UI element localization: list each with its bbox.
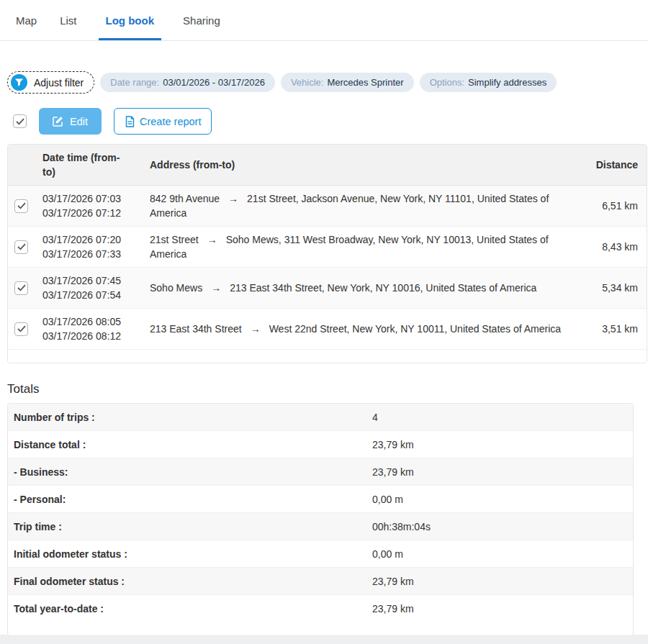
trip-row: 03/17/2026 08:0503/17/2026 08:12 213 Eas… <box>8 309 647 350</box>
trip-row: 03/17/2026 07:2003/17/2026 07:33 21st St… <box>8 227 647 268</box>
trips-table: Date time (from-to) Address (from-to) Di… <box>7 144 647 363</box>
tab-log-book-label: Log book <box>106 14 155 27</box>
select-all-checkbox[interactable] <box>13 114 27 128</box>
document-icon <box>125 116 135 127</box>
checkmark-icon <box>16 118 24 125</box>
totals-label: Trip time : <box>8 521 372 532</box>
totals-table: Number of trips : 4 Distance total : 23,… <box>7 403 634 636</box>
column-header-address: Address (from-to) <box>150 158 580 172</box>
totals-row: Final odometer status : 23,79 km <box>8 568 633 595</box>
edit-button[interactable]: Edit <box>39 108 102 135</box>
toolbar: Edit Create report <box>0 108 648 135</box>
totals-title: Totals <box>7 382 648 396</box>
trip-address: 21st Street→Soho Mews, 311 West Broadway… <box>150 232 580 261</box>
arrow-right-icon: → <box>228 193 238 204</box>
trip-address: Soho Mews→213 East 34th Street, New York… <box>150 281 580 295</box>
chip-label: Date range: <box>110 77 159 88</box>
totals-value: 23,79 km <box>372 576 633 587</box>
filter-funnel-icon <box>11 74 27 91</box>
edit-button-label: Edit <box>70 116 88 127</box>
column-header-datetime: Date time (from-to) <box>42 150 150 179</box>
arrow-right-icon: → <box>251 323 261 335</box>
adjust-filter-label: Adjust filter <box>34 77 84 89</box>
trip-distance: 3,51 km <box>580 323 647 335</box>
page: Map List Log book Sharing Adjust filter … <box>0 0 648 635</box>
checkmark-icon <box>17 243 26 250</box>
create-report-button-label: Create report <box>140 116 201 127</box>
create-report-button[interactable]: Create report <box>114 108 212 135</box>
trip-address: 842 9th Avenue→21st Street, Jackson Aven… <box>150 191 580 220</box>
totals-row: - Business: 23,79 km <box>8 458 633 486</box>
totals-label: - Business: <box>8 466 372 478</box>
filter-chip-date-range[interactable]: Date range: 03/01/2026 - 03/17/2026 <box>100 73 275 92</box>
tab-sharing[interactable]: Sharing <box>181 0 222 40</box>
trip-datetime: 03/17/2026 07:2003/17/2026 07:33 <box>42 232 150 261</box>
checkmark-icon <box>17 284 26 291</box>
row-checkbox[interactable] <box>14 322 28 336</box>
tab-map-label: Map <box>16 14 37 27</box>
trip-datetime: 03/17/2026 07:0303/17/2026 07:12 <box>42 191 150 220</box>
totals-label: Distance total : <box>8 439 372 450</box>
column-header-distance: Distance <box>580 159 647 171</box>
totals-row: Number of trips : 4 <box>8 404 633 431</box>
trip-datetime: 03/17/2026 07:4503/17/2026 07:54 <box>42 273 150 302</box>
totals-value: 0,00 m <box>372 548 633 560</box>
chip-label: Vehicle: <box>291 77 324 88</box>
tab-sharing-label: Sharing <box>183 14 220 27</box>
totals-value: 23,79 km <box>372 466 633 478</box>
arrow-right-icon: → <box>211 282 221 294</box>
tab-list[interactable]: List <box>58 0 78 40</box>
tab-list-label: List <box>60 14 76 27</box>
tab-log-book[interactable]: Log book <box>99 0 162 40</box>
totals-row: Distance total : 23,79 km <box>8 431 633 458</box>
checkmark-icon <box>17 325 26 332</box>
trip-row: 03/17/2026 07:4503/17/2026 07:54 Soho Me… <box>8 268 647 309</box>
totals-label: Initial odometer status : <box>8 548 372 560</box>
row-checkbox[interactable] <box>14 281 28 295</box>
adjust-filter-button[interactable]: Adjust filter <box>7 71 94 94</box>
totals-row: Initial odometer status : 0,00 m <box>8 540 633 568</box>
chip-value: Mercedes Sprinter <box>327 77 403 88</box>
filter-chip-vehicle[interactable]: Vehicle: Mercedes Sprinter <box>281 73 414 92</box>
tab-bar: Map List Log book Sharing <box>0 0 648 41</box>
totals-value: 23,79 km <box>372 439 633 450</box>
pencil-icon <box>53 116 63 127</box>
row-checkbox[interactable] <box>14 240 28 254</box>
totals-label: Final odometer status : <box>8 576 372 587</box>
trip-row: 03/17/2026 07:0303/17/2026 07:12 842 9th… <box>8 186 647 227</box>
arrow-right-icon: → <box>207 234 217 245</box>
trip-datetime: 03/17/2026 08:0503/17/2026 08:12 <box>42 314 150 343</box>
totals-label: - Personal: <box>8 494 372 505</box>
chip-label: Options: <box>430 77 464 88</box>
checkmark-icon <box>17 202 26 209</box>
totals-value: 23,79 km <box>372 603 633 614</box>
filter-chip-options[interactable]: Options: Simplify addresses <box>420 73 557 92</box>
trip-distance: 6,51 km <box>580 200 647 212</box>
totals-row: Total year-to-date : 23,79 km <box>8 595 633 622</box>
totals-value: 4 <box>372 412 633 423</box>
totals-value: 0,00 m <box>372 494 633 505</box>
totals-row: - Personal: 0,00 m <box>8 486 633 513</box>
totals-label: Total year-to-date : <box>8 603 372 614</box>
totals-value: 00h:38m:04s <box>372 521 633 532</box>
tab-map[interactable]: Map <box>14 0 38 40</box>
filter-row: Adjust filter Date range: 03/01/2026 - 0… <box>0 71 648 94</box>
chip-value: 03/01/2026 - 03/17/2026 <box>163 77 265 88</box>
totals-row: Trip time : 00h:38m:04s <box>8 513 633 540</box>
row-checkbox[interactable] <box>14 199 28 213</box>
table-filler <box>8 350 647 363</box>
trip-distance: 5,34 km <box>580 282 647 294</box>
totals-label: Number of trips : <box>8 412 372 423</box>
chip-value: Simplify addresses <box>468 77 546 88</box>
trip-distance: 8,43 km <box>580 241 647 253</box>
trips-table-header: Date time (from-to) Address (from-to) Di… <box>8 145 647 186</box>
trip-address: 213 East 34th Street→West 22nd Street, N… <box>150 322 580 336</box>
